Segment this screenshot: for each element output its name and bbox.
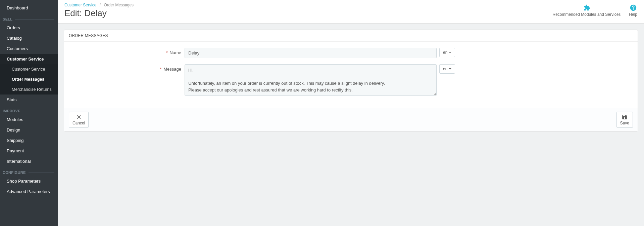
- breadcrumb: Customer Service / Order Messages: [64, 3, 637, 7]
- message-language-selector[interactable]: en: [439, 64, 455, 74]
- sidebar-subitem-order-messages[interactable]: Order Messages: [0, 74, 58, 84]
- chevron-down-icon: [449, 68, 451, 70]
- help-label: Help: [629, 12, 637, 17]
- sidebar-item-catalog[interactable]: Catalog: [0, 33, 58, 43]
- sidebar-item-international[interactable]: International: [0, 156, 58, 166]
- sidebar-item-stats[interactable]: Stats: [0, 95, 58, 105]
- message-textarea[interactable]: [185, 64, 437, 96]
- page-header: Customer Service / Order Messages Edit: …: [58, 0, 644, 24]
- sidebar-item-orders[interactable]: Orders: [0, 23, 58, 33]
- name-language-selector[interactable]: en: [439, 48, 455, 57]
- breadcrumb-separator: /: [98, 3, 103, 7]
- sidebar-item-shop-parameters[interactable]: Shop Parameters: [0, 176, 58, 186]
- save-icon: [622, 114, 628, 120]
- recommended-modules-label: Recommended Modules and Services: [553, 12, 621, 17]
- sidebar-item-customer-service[interactable]: Customer Service: [0, 54, 58, 64]
- order-messages-panel: ORDER MESSAGES * Name en: [64, 30, 638, 131]
- recommended-modules-button[interactable]: Recommended Modules and Services: [553, 4, 621, 17]
- help-button[interactable]: Help: [629, 4, 637, 17]
- sidebar-item-payment[interactable]: Payment: [0, 146, 58, 156]
- help-icon: [630, 4, 637, 11]
- panel-footer: Cancel Save: [64, 108, 638, 131]
- message-label: * Message: [69, 64, 185, 72]
- breadcrumb-parent[interactable]: Customer Service: [64, 3, 96, 7]
- cancel-button[interactable]: Cancel: [69, 112, 89, 128]
- save-button[interactable]: Save: [616, 112, 633, 128]
- sidebar-item-dashboard[interactable]: Dashboard: [0, 3, 58, 13]
- sidebar-item-modules[interactable]: Modules: [0, 114, 58, 125]
- main-content: Customer Service / Order Messages Edit: …: [58, 0, 644, 226]
- puzzle-icon: [583, 4, 591, 11]
- chevron-down-icon: [449, 52, 451, 53]
- sidebar-item-design[interactable]: Design: [0, 125, 58, 135]
- sidebar-subitem-merchandise-returns[interactable]: Merchandise Returns: [0, 84, 58, 95]
- sidebar-category-configure: CONFIGURE: [0, 166, 58, 176]
- sidebar-category-sell: SELL: [0, 13, 58, 23]
- close-icon: [76, 114, 82, 120]
- sidebar-subitem-customer-service[interactable]: Customer Service: [0, 64, 58, 74]
- sidebar-item-shipping[interactable]: Shipping: [0, 135, 58, 146]
- page-title: Edit: Delay: [64, 8, 637, 18]
- sidebar-item-customers[interactable]: Customers: [0, 43, 58, 54]
- name-label: * Name: [69, 48, 185, 55]
- sidebar-category-improve: IMPROVE: [0, 105, 58, 114]
- form-row-name: * Name en: [69, 48, 633, 58]
- sidebar-item-advanced-parameters[interactable]: Advanced Parameters: [0, 186, 58, 197]
- sidebar: Dashboard SELL Orders Catalog Customers …: [0, 0, 58, 226]
- name-input[interactable]: [185, 48, 437, 58]
- sidebar-submenu-customer-service: Customer Service Order Messages Merchand…: [0, 64, 58, 95]
- breadcrumb-current: Order Messages: [104, 3, 134, 7]
- panel-heading: ORDER MESSAGES: [64, 30, 638, 42]
- form-row-message: * Message en: [69, 64, 633, 96]
